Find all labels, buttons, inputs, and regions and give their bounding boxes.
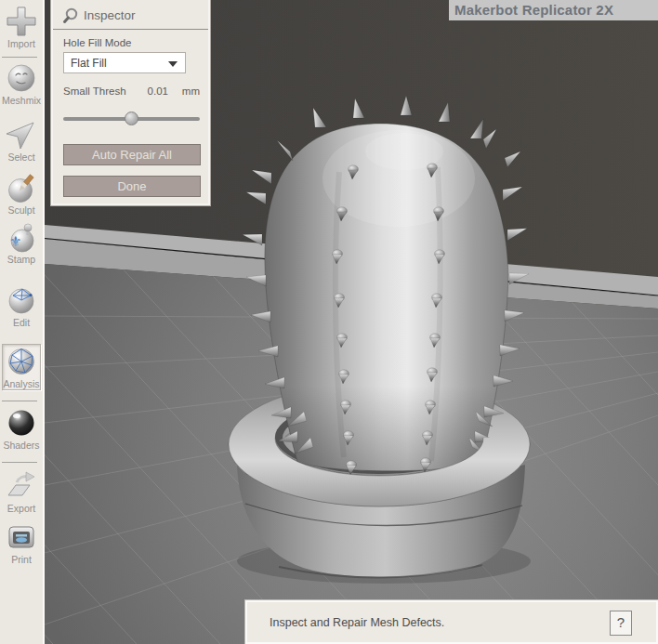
sidebar-item-select[interactable]: Select [0,118,43,163]
sidebar-item-import[interactable]: Import [0,5,43,49]
sidebar-divider [2,401,37,401]
shaders-sphere-icon [5,406,38,440]
chevron-down-icon [168,61,178,67]
small-thresh-unit: mm [168,85,200,97]
sidebar-item-label: Shaders [3,440,39,451]
sidebar-divider [2,57,37,58]
done-button[interactable]: Done [63,176,201,197]
stamp-icon: ⚜ [5,220,38,254]
inspector-divider [53,29,208,30]
meshmix-sphere-icon [5,61,38,95]
small-thresh-label: Small Thresh [63,85,129,97]
magnifier-icon [61,7,80,25]
sidebar-item-sculpt[interactable]: Sculpt [0,171,43,216]
meshmixer-window: ImportMeshmixSelectSculpt⚜StampEditAnaly… [0,0,658,644]
sidebar-item-meshmix[interactable]: Meshmix [0,61,43,106]
hole-fill-dropdown[interactable]: Flat Fill [63,52,186,73]
sidebar-item-shaders[interactable]: Shaders [0,406,43,451]
sidebar-item-print[interactable]: Print [0,520,43,565]
print-icon [5,520,38,554]
sidebar-item-label: Select [7,151,34,163]
svg-text:⚜: ⚜ [9,233,21,250]
select-arrow-icon [5,118,38,151]
import-plus-icon [5,5,38,38]
sidebar-item-analysis[interactable]: Analysis [2,344,41,390]
sidebar-item-label: Print [11,554,32,565]
inspector-panel: Inspector Hole Fill Mode Flat Fill Small… [51,0,210,205]
sidebar-item-edit[interactable]: Edit [0,283,43,328]
sidebar-item-label: Export [7,503,35,514]
status-bar: Inspect and Repair Mesh Defects. ? [245,600,658,644]
sidebar-item-label: Edit [13,317,30,328]
help-button[interactable]: ? [610,611,632,636]
sidebar-item-export[interactable]: Export [0,469,43,514]
status-message: Inspect and Repair Mesh Defects. [270,616,444,629]
sidebar-item-label: Stamp [7,254,35,265]
auto-repair-all-button[interactable]: Auto Repair All [63,144,201,165]
hole-fill-mode-label: Hole Fill Mode [63,37,132,48]
sidebar-item-label: Import [7,38,35,49]
small-thresh-value: 0.01 [129,85,168,97]
sidebar-divider [2,462,37,463]
sidebar-item-stamp[interactable]: ⚜Stamp [0,220,43,265]
analysis-mesh-icon [5,345,38,378]
hole-fill-dropdown-value: Flat Fill [71,57,107,70]
printer-name-label: Makerbot Replicator 2X [449,0,658,18]
printer-name-bar: Makerbot Replicator 2X [449,0,658,20]
sidebar-item-label: Meshmix [2,95,41,106]
sidebar-item-label: Analysis [3,378,39,389]
edit-wireframe-icon [5,283,38,317]
export-arrow-icon [5,469,38,503]
slider-handle[interactable] [125,112,138,125]
sidebar-item-label: Sculpt [7,204,34,216]
sculpt-brush-icon [5,171,38,204]
small-thresh-slider[interactable] [63,112,200,126]
tool-sidebar: ImportMeshmixSelectSculpt⚜StampEditAnaly… [0,0,45,644]
inspector-title: Inspector [84,8,136,22]
